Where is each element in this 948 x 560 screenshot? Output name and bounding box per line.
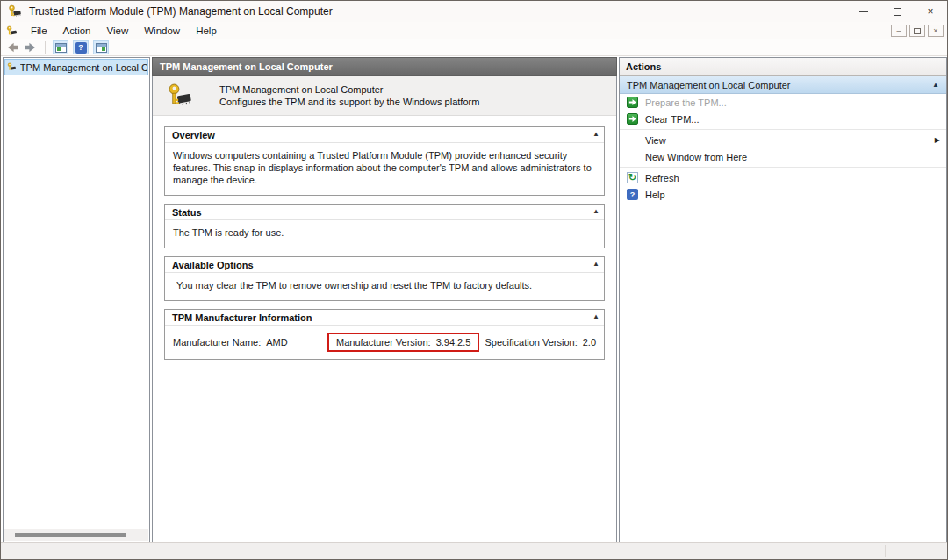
section-available-options-header[interactable]: Available Options ▴ (165, 257, 604, 273)
child-close-button[interactable]: × (928, 25, 944, 37)
section-status-title: Status (172, 207, 202, 218)
collapse-icon: ▴ (594, 312, 598, 320)
annotation-highlight-box: Manufacturer Version:3.94.2.5 (327, 333, 479, 352)
help-icon: ? (75, 42, 87, 54)
tree-item-tpm-management[interactable]: TPM Management on Local Compu (4, 59, 148, 75)
specification-version: Specification Version:2.0 (485, 337, 596, 348)
tpm-app-icon (8, 4, 22, 18)
content-body: TPM Management on Local Computer Configu… (152, 76, 617, 542)
child-window-controls: – × (891, 25, 944, 37)
tpm-banner-icon (167, 83, 193, 109)
help-icon: ? (627, 189, 638, 200)
manufacturer-name-value: AMD (266, 337, 287, 348)
child-restore-icon (914, 28, 921, 34)
menu-action[interactable]: Action (55, 24, 99, 38)
child-minimize-icon: – (896, 26, 901, 35)
status-separator (794, 545, 794, 557)
actions-separator (620, 129, 946, 130)
action-refresh[interactable]: ↻ Refresh (620, 169, 946, 186)
child-minimize-button[interactable]: – (891, 25, 907, 37)
minimize-button[interactable] (847, 1, 880, 22)
back-button[interactable] (5, 41, 19, 54)
actions-separator (620, 167, 946, 168)
child-restore-button[interactable] (909, 25, 925, 37)
section-available-options-title: Available Options (172, 260, 254, 270)
minimize-icon (859, 11, 868, 12)
close-icon: × (927, 6, 933, 17)
child-close-icon: × (933, 26, 937, 35)
maximize-button[interactable] (880, 1, 914, 22)
action-prepare-tpm[interactable]: Prepare the TPM... (620, 94, 946, 111)
mmc-window: Trusted Platform Module (TPM) Management… (0, 0, 948, 560)
action-label: New Window from Here (645, 152, 747, 162)
action-arrow-icon (627, 113, 638, 125)
console-key-icon (6, 25, 18, 37)
manufacturer-info-row: Manufacturer Name:AMD Manufacturer Versi… (165, 326, 604, 359)
group-collapse-icon: ▲ (932, 81, 939, 89)
status-bar (1, 542, 947, 559)
specification-version-label: Specification Version: (485, 337, 578, 348)
banner-subtitle: Configures the TPM and its support by th… (219, 96, 479, 108)
console-tree-panel: TPM Management on Local Compu (3, 57, 150, 542)
menu-window[interactable]: Window (136, 24, 188, 38)
menu-help[interactable]: Help (188, 24, 225, 38)
back-icon (5, 41, 19, 54)
banner-title: TPM Management on Local Computer (219, 83, 479, 96)
submenu-arrow-icon: ▶ (935, 136, 940, 144)
content-header: TPM Management on Local Computer (152, 57, 617, 76)
forward-button[interactable] (24, 41, 38, 54)
action-clear-tpm[interactable]: Clear TPM... (620, 111, 946, 127)
menu-bar: File Action View Window Help – × (1, 22, 947, 39)
collapse-icon: ▴ (594, 130, 598, 138)
action-label: View (645, 135, 666, 146)
tree-horizontal-scrollbar[interactable] (4, 529, 148, 541)
toolbar: ? (1, 39, 947, 56)
actions-group-header[interactable]: TPM Management on Local Computer ▲ (620, 76, 946, 94)
manufacturer-name: Manufacturer Name:AMD (173, 337, 327, 348)
toolbar-separator (45, 41, 46, 54)
maximize-icon (894, 8, 901, 16)
section-available-options-body: You may clear the TPM to remove ownershi… (165, 273, 604, 300)
section-overview-header[interactable]: Overview ▴ (165, 127, 604, 143)
section-manufacturer-info: TPM Manufacturer Information ▴ Manufactu… (164, 309, 605, 360)
action-label: Refresh (645, 173, 679, 183)
action-label: Clear TPM... (645, 114, 700, 125)
section-manufacturer-info-title: TPM Manufacturer Information (172, 312, 312, 323)
content-banner: TPM Management on Local Computer Configu… (153, 76, 616, 116)
menu-view[interactable]: View (99, 24, 137, 38)
toggle-action-pane-button[interactable] (93, 40, 109, 54)
actions-group-title: TPM Management on Local Computer (627, 80, 932, 90)
tree-scrollbar-thumb[interactable] (15, 533, 126, 537)
action-label: Prepare the TPM... (645, 97, 727, 108)
help-toolbar-button[interactable]: ? (73, 40, 89, 54)
section-status-body: The TPM is ready for use. (165, 220, 604, 248)
collapse-icon: ▴ (594, 207, 598, 215)
collapse-icon: ▴ (594, 260, 598, 268)
sections: Overview ▴ Windows computers containing … (153, 116, 616, 360)
refresh-icon: ↻ (627, 172, 638, 183)
manufacturer-version-value: 3.94.2.5 (436, 337, 471, 348)
manufacturer-version-label: Manufacturer Version: (336, 337, 431, 348)
action-arrow-icon (627, 97, 638, 108)
content-panel: TPM Management on Local Computer TPM M (152, 57, 617, 542)
menu-file[interactable]: File (23, 24, 55, 38)
tpm-node-icon (7, 61, 17, 73)
section-available-options: Available Options ▴ You may clear the TP… (164, 256, 605, 301)
toggle-console-tree-button[interactable] (53, 40, 68, 54)
section-status-header[interactable]: Status ▴ (165, 205, 604, 220)
specification-version-value: 2.0 (583, 337, 596, 348)
manufacturer-name-label: Manufacturer Name: (173, 337, 261, 348)
action-new-window[interactable]: New Window from Here (620, 148, 946, 165)
banner-text: TPM Management on Local Computer Configu… (219, 83, 479, 108)
action-help[interactable]: ? Help (620, 186, 946, 203)
actions-header: Actions (620, 58, 946, 76)
section-manufacturer-info-header[interactable]: TPM Manufacturer Information ▴ (165, 310, 604, 326)
title-bar: Trusted Platform Module (TPM) Management… (1, 1, 947, 22)
console-tree-icon (55, 43, 67, 53)
section-status: Status ▴ The TPM is ready for use. (164, 204, 605, 248)
action-view[interactable]: View ▶ (620, 132, 946, 148)
action-label: Help (645, 190, 665, 200)
tree-item-label: TPM Management on Local Compu (20, 62, 147, 73)
close-button[interactable]: × (914, 1, 947, 22)
window-controls: × (847, 1, 947, 22)
